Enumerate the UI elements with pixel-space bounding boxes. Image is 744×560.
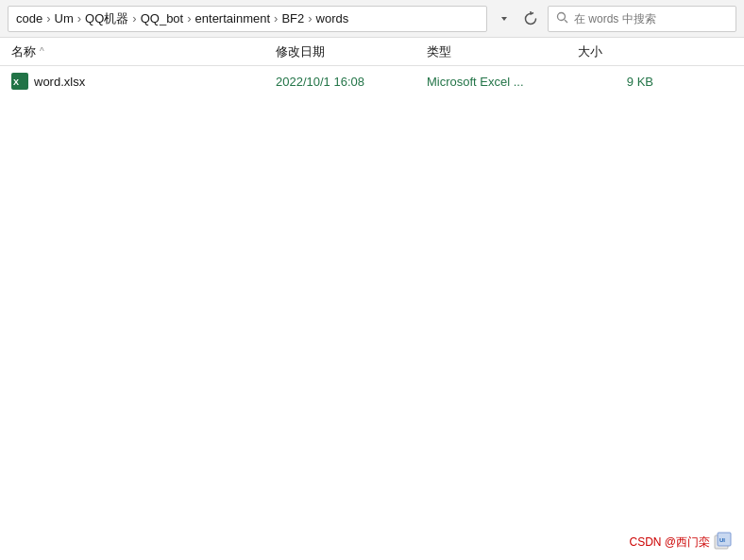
col-type-header[interactable]: 类型 xyxy=(427,43,578,60)
breadcrumb-bf2[interactable]: BF2 xyxy=(281,11,304,25)
col-size-header[interactable]: 大小 xyxy=(578,43,653,60)
search-bar[interactable] xyxy=(548,6,736,32)
svg-marker-0 xyxy=(501,17,507,21)
breadcrumb-bar[interactable]: code › Um › QQ机器 › QQ_bot › entertainmen… xyxy=(8,6,487,32)
breadcrumb-dropdown-button[interactable] xyxy=(495,8,514,29)
toolbar: code › Um › QQ机器 › QQ_bot › entertainmen… xyxy=(0,0,744,38)
sep-1: › xyxy=(46,11,50,25)
breadcrumb-code[interactable]: code xyxy=(16,11,42,25)
file-list: X word.xlsx 2022/10/1 16:08 Microsoft Ex… xyxy=(0,66,744,560)
col-name-header[interactable]: 名称 ^ xyxy=(11,43,276,60)
col-date-header[interactable]: 修改日期 xyxy=(276,43,427,60)
sep-3: › xyxy=(132,11,136,25)
breadcrumb-um[interactable]: Um xyxy=(55,11,74,25)
watermark: CSDN @西门栾 UI xyxy=(629,532,735,552)
svg-text:UI: UI xyxy=(719,537,725,543)
file-date: 2022/10/1 16:08 xyxy=(276,75,427,89)
excel-icon: X xyxy=(11,73,28,90)
search-input[interactable] xyxy=(574,12,728,25)
sep-2: › xyxy=(77,11,81,25)
file-size: 9 KB xyxy=(578,75,653,89)
table-row[interactable]: X word.xlsx 2022/10/1 16:08 Microsoft Ex… xyxy=(0,68,744,94)
sort-arrow-icon: ^ xyxy=(40,46,44,57)
svg-line-2 xyxy=(565,20,567,23)
svg-point-1 xyxy=(558,12,566,20)
search-icon xyxy=(556,11,568,26)
file-type: Microsoft Excel ... xyxy=(427,75,578,89)
file-name-cell: X word.xlsx xyxy=(11,73,276,90)
svg-text:X: X xyxy=(13,77,19,87)
refresh-button[interactable] xyxy=(517,6,544,32)
sep-4: › xyxy=(187,11,191,25)
breadcrumb-entertainment[interactable]: entertainment xyxy=(195,11,271,25)
column-headers: 名称 ^ 修改日期 类型 大小 xyxy=(0,38,744,66)
breadcrumb-words[interactable]: words xyxy=(316,11,349,25)
sep-6: › xyxy=(308,11,312,25)
breadcrumb-qq-bot[interactable]: QQ_bot xyxy=(141,11,184,25)
watermark-icon: UI xyxy=(714,532,735,552)
breadcrumb-qq-machine[interactable]: QQ机器 xyxy=(85,10,128,27)
file-area: 名称 ^ 修改日期 类型 大小 X word.xlsx 2022/10/1 16… xyxy=(0,38,744,560)
file-name: word.xlsx xyxy=(34,75,85,89)
sep-5: › xyxy=(274,11,278,25)
watermark-text: CSDN @西门栾 xyxy=(629,535,710,551)
